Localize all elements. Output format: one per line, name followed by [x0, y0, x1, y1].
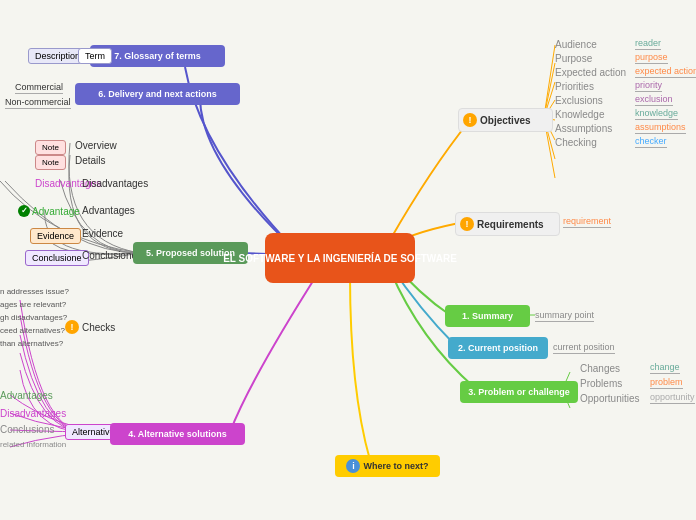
purpose-val: purpose — [635, 52, 668, 64]
knowledge-key: Knowledge — [555, 109, 635, 120]
delivery-node[interactable]: 6. Delivery and next actions — [75, 83, 240, 105]
priorities-val: priority — [635, 80, 662, 92]
proposed-label: 5. Proposed solution — [146, 248, 235, 258]
q3-label: gh disadvantages? — [0, 313, 67, 322]
evidence-label: Evidence — [82, 228, 123, 239]
exclusions-val: exclusion — [635, 94, 673, 106]
evidence-tag: Evidence — [30, 228, 81, 244]
checks-warn-icon: ! — [65, 320, 79, 334]
checking-val: checker — [635, 136, 667, 148]
note1-tag: Note — [35, 140, 66, 155]
conclusion-tag: Conclusione — [25, 250, 89, 266]
requirements-label: Requirements — [477, 219, 544, 230]
opportunities-key: Opportunities — [580, 393, 650, 404]
checking-key: Checking — [555, 137, 635, 148]
delivery-label: 6. Delivery and next actions — [98, 89, 217, 99]
related-label: related information — [0, 440, 66, 449]
requirement-val: requirement — [563, 216, 611, 228]
adv-icon: ✓ — [18, 205, 30, 217]
summary-val: summary point — [535, 310, 594, 322]
objectives-warn-icon: ! — [463, 113, 477, 127]
expected-val: expected action — [635, 66, 696, 78]
conclusions-a-label: Conclusions — [0, 424, 54, 435]
q1-label: n addresses issue? — [0, 287, 69, 296]
current-node[interactable]: 2. Current position — [448, 337, 548, 359]
purpose-key: Purpose — [555, 53, 635, 64]
q5-label: than alternatives? — [0, 339, 63, 348]
opportunities-val: opportunity — [650, 392, 695, 404]
objectives-node[interactable]: ! Objectives — [458, 108, 553, 132]
q2-label: ages are relevant? — [0, 300, 66, 309]
objectives-label: Objectives — [480, 115, 531, 126]
assumptions-val: assumptions — [635, 122, 686, 134]
expected-key: Expected action — [555, 67, 635, 78]
where-info-icon: i — [346, 459, 360, 473]
advantages-a-label: Advantages — [0, 390, 53, 401]
noncommercial-label: Non-commercial — [5, 97, 71, 109]
summary-label: 1. Summary — [462, 311, 513, 321]
overview-label: Overview — [75, 140, 117, 151]
details-label: Details — [75, 155, 106, 166]
audience-val: reader — [635, 38, 661, 50]
assumptions-key: Assumptions — [555, 123, 635, 134]
glossary-label: 7. Glossary of terms — [114, 51, 201, 61]
alternative-node[interactable]: 4. Alternative solutions — [110, 423, 245, 445]
center-label: EL SOFTWARE Y LA INGENIERÍA DE SOFTWARE — [223, 252, 457, 265]
disadvantages-left-val: Disadvantages — [82, 178, 148, 189]
alternative-label: 4. Alternative solutions — [128, 429, 227, 439]
summary-node[interactable]: 1. Summary — [445, 305, 530, 327]
problem-label: 3. Problem or challenge — [468, 387, 570, 397]
commercial-label: Commercial — [15, 82, 63, 94]
q4-label: ceed alternatives? — [0, 326, 65, 335]
current-val: current position — [553, 342, 615, 354]
problem-node[interactable]: 3. Problem or challenge — [460, 381, 578, 403]
advantages-icon-label: Advantage — [32, 206, 80, 217]
problems-val: problem — [650, 377, 683, 389]
conclusion-label: Conclusione — [82, 250, 137, 261]
audience-key: Audience — [555, 39, 635, 50]
changes-val: change — [650, 362, 680, 374]
requirements-warn-icon: ! — [460, 217, 474, 231]
where-node[interactable]: i Where to next? — [335, 455, 440, 477]
center-node[interactable]: EL SOFTWARE Y LA INGENIERÍA DE SOFTWARE — [265, 233, 415, 283]
priorities-key: Priorities — [555, 81, 635, 92]
problems-key: Problems — [580, 378, 650, 389]
term-tag: Term — [78, 48, 112, 64]
note2-tag: Note — [35, 155, 66, 170]
knowledge-val: knowledge — [635, 108, 678, 120]
exclusions-key: Exclusions — [555, 95, 635, 106]
current-label: 2. Current position — [458, 343, 538, 353]
changes-key: Changes — [580, 363, 650, 374]
checks-label: Checks — [82, 322, 115, 333]
where-label: Where to next? — [363, 461, 428, 471]
requirements-node[interactable]: ! Requirements — [455, 212, 560, 236]
disadvantages-a-label: Disadvantages — [0, 408, 66, 419]
advantages-left-val: Advantages — [82, 205, 135, 216]
